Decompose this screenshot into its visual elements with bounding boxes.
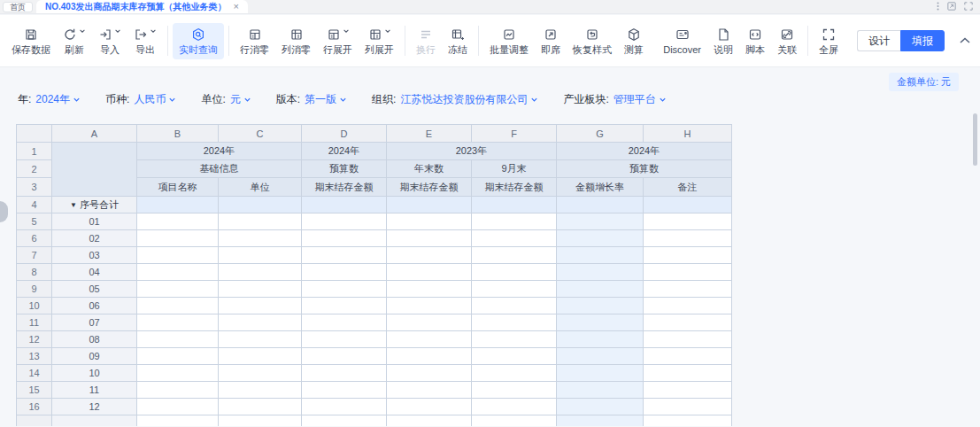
grid-cell[interactable] [644,298,732,314]
row-number[interactable]: 4 [17,197,52,214]
col-header[interactable]: C [219,125,302,143]
export-button[interactable]: 导出 [127,23,163,59]
grid-cell[interactable] [557,399,644,415]
grid-cell[interactable] [302,365,387,382]
grid-cell[interactable] [472,298,557,314]
header-cell[interactable]: 2024年 [557,143,732,160]
grid-cell[interactable] [219,415,302,427]
serial-cell[interactable]: 09 [52,348,137,365]
refresh-button[interactable]: 刷新 [57,23,92,59]
row-number[interactable]: 8 [17,264,52,281]
row-number[interactable]: 15 [17,382,52,399]
row-number[interactable]: 1 [17,143,52,160]
grid-cell[interactable] [387,314,472,331]
grid-cell[interactable] [387,348,472,365]
serial-cell[interactable]: 06 [52,298,137,314]
grid-cell[interactable] [387,399,472,415]
serial-cell[interactable]: 11 [52,382,137,399]
row-number[interactable] [17,415,52,427]
grid-cell[interactable] [219,281,302,298]
grid-cell[interactable] [219,298,302,314]
row-number[interactable]: 3 [17,178,52,197]
serial-cell[interactable]: 04 [52,264,137,281]
header-cell[interactable]: 2024年 [302,143,387,160]
grid-cell[interactable] [302,230,387,247]
grid-cell[interactable] [219,382,302,399]
serial-cell[interactable]: 07 [52,314,137,331]
row-number[interactable]: 13 [17,348,52,365]
grid-cell[interactable] [219,314,302,331]
serial-cell[interactable]: 05 [52,281,137,298]
grid-cell[interactable] [644,247,732,264]
header-cell[interactable]: 2024年 [137,143,302,160]
design-mode-button[interactable]: 设计 [857,30,900,51]
grid-cell[interactable] [387,365,472,382]
grid-cell[interactable] [302,348,387,365]
row-number[interactable]: 9 [17,281,52,298]
filter-currency[interactable]: 币种: 人民币 [105,92,176,107]
grid-cell[interactable] [137,331,219,348]
row-number[interactable]: 10 [17,298,52,314]
filter-industry-sector[interactable]: 产业板块: 管理平台 [563,92,666,107]
grid-cell[interactable] [644,230,732,247]
close-icon[interactable]: × [233,2,238,12]
grid-cell[interactable] [137,298,219,314]
grid-cell[interactable] [387,281,472,298]
row-number[interactable]: 6 [17,230,52,247]
grid-cell[interactable] [557,365,644,382]
grid-cell[interactable] [472,399,557,415]
grid-cell[interactable] [387,264,472,281]
filter-organization[interactable]: 组织: 江苏悦达投资股份有限公司 [372,92,538,107]
grid-cell[interactable] [52,143,137,197]
grid-cell[interactable] [219,230,302,247]
header-cell[interactable]: 年末数 [387,160,472,178]
col-header[interactable]: E [387,125,472,143]
grid-cell[interactable] [137,247,219,264]
header-cell[interactable]: 9月末 [472,160,557,178]
grid-cell[interactable] [472,264,557,281]
header-cell[interactable]: 基础信息 [137,160,302,178]
grid-cell[interactable] [644,415,732,427]
header-cell[interactable]: 项目名称 [137,178,219,197]
grid-cell[interactable] [644,197,732,214]
row-number[interactable]: 7 [17,247,52,264]
discover-button[interactable]: Discover [657,23,707,59]
col-expand-button[interactable]: 列展开 [359,23,400,59]
serial-cell[interactable]: 12 [52,399,137,415]
header-cell[interactable]: 期末结存金额 [302,178,387,197]
grid-cell[interactable] [644,264,732,281]
header-cell[interactable]: 预算数 [557,160,732,178]
grid-cell[interactable] [557,331,644,348]
grid-cell[interactable] [387,230,472,247]
grid-cell[interactable] [387,247,472,264]
col-header[interactable]: G [557,125,644,143]
grid-cell[interactable] [302,415,387,427]
header-cell[interactable]: 金额增长率 [557,178,644,197]
serial-cell[interactable] [52,415,137,427]
row-clear-zero-button[interactable]: 行消零 [234,23,275,59]
save-data-button[interactable]: 保存数据 [5,23,57,59]
grid-cell[interactable] [644,382,732,399]
grid-cell[interactable] [557,348,644,365]
grid-cell[interactable] [302,382,387,399]
header-cell[interactable]: 期末结存金额 [472,178,557,197]
grid-cell[interactable] [557,415,644,427]
grid-cell[interactable] [557,247,644,264]
grid-cell[interactable] [472,365,557,382]
grid-cell[interactable] [219,331,302,348]
grid-cell[interactable] [472,247,557,264]
serial-cell[interactable]: 10 [52,365,137,382]
restore-style-button[interactable]: 恢复样式 [567,23,618,59]
serial-cell[interactable]: 08 [52,331,137,348]
grid-cell[interactable] [219,214,302,230]
tab-active-budget-sheet[interactable]: NO.403发出商品期末库存预算（其他业务类） × [36,0,248,13]
grid-cell[interactable] [137,365,219,382]
col-clear-zero-button[interactable]: 列消零 [275,23,317,59]
filter-version[interactable]: 版本: 第一版 [276,92,347,107]
grid-cell[interactable] [644,314,732,331]
grid-cell[interactable] [472,281,557,298]
grid-cell[interactable] [302,214,387,230]
grid-cell[interactable] [137,399,219,415]
import-button[interactable]: 导入 [92,23,127,59]
grid-cell[interactable] [644,365,732,382]
